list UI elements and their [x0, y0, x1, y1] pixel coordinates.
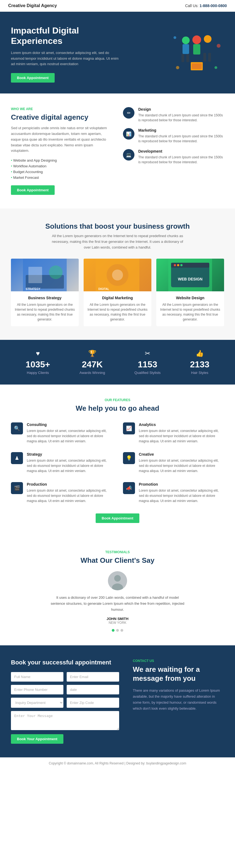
svg-rect-6	[203, 53, 206, 62]
feature-consulting: 🔍 Consulting Lorem ipsum dolor sit amet,…	[11, 423, 112, 444]
feature-strategy: ♟ Strategy Lorem ipsum dolor sit amet, c…	[11, 452, 112, 474]
dot-2[interactable]	[116, 629, 119, 632]
solution-card-1: DIGITAL Digital Marketing All the Lorem …	[84, 259, 151, 326]
feature-consulting-desc: Lorem ipsum dolor sit amet, consectetur …	[27, 428, 112, 444]
form-row-3: Inquiry Department Sales Support Billing	[11, 698, 119, 708]
hero-content: Impactful Digital Experiences Lorem ipsu…	[11, 25, 120, 83]
service-design-info: Design The standard chunk of Lorem Ipsum…	[138, 107, 224, 123]
contact-tag: CONTACT US	[133, 659, 224, 663]
brand-name: Creative Digital Agency	[8, 3, 57, 8]
svg-point-32	[180, 264, 183, 266]
sol-card-body-0: Business Strategy All the Lorem Ipsum ge…	[11, 291, 79, 326]
feature-analytics-info: Analytics Lorem ipsum dolor sit amet, co…	[139, 423, 224, 444]
sol-card-title-1: Digital Marketing	[87, 296, 148, 300]
features-tag: OUR FEATURES	[11, 398, 224, 402]
service-development-info: Development The standard chunk of Lorem …	[138, 149, 224, 165]
stat-number-1: 247K	[80, 360, 105, 370]
svg-text:DIGITAL: DIGITAL	[98, 287, 109, 290]
feature-analytics: 📈 Analytics Lorem ipsum dolor sit amet, …	[123, 423, 224, 444]
feature-promotion-desc: Lorem ipsum dolor sit amet, consectetur …	[139, 488, 224, 504]
solutions-section: Solutions that boost your business growt…	[0, 209, 235, 340]
trophy-icon: 🏆	[80, 350, 105, 357]
dot-3[interactable]	[121, 629, 123, 632]
thumbsup-icon: 👍	[190, 350, 209, 357]
service-design: ✏ Design The standard chunk of Lorem Ips…	[123, 107, 224, 123]
features-cta-button[interactable]: Book Appointment	[96, 514, 139, 523]
testimonials-title: What Our Client's Say	[11, 556, 224, 565]
testimonial-quote: It uses a dictionary of over 200 Latin w…	[49, 595, 186, 613]
feature-creative-title: Creative	[139, 452, 224, 457]
svg-point-31	[177, 264, 179, 266]
hero-title: Impactful Digital Experiences	[11, 25, 120, 46]
feature-creative: 💡 Creative Lorem ipsum dolor sit amet, c…	[123, 452, 224, 474]
phone-input[interactable]	[11, 685, 63, 694]
svg-rect-25	[112, 270, 123, 280]
service-marketing: 📊 Marketing The standard chunk of Lorem …	[123, 128, 224, 144]
book-cta-button[interactable]: Book Your Appointment	[11, 734, 63, 744]
svg-point-16	[214, 66, 217, 69]
feature-consulting-info: Consulting Lorem ipsum dolor sit amet, c…	[27, 423, 112, 444]
feature-strategy-title: Strategy	[27, 452, 112, 457]
service-design-desc: The standard chunk of Lorem Ipsum used s…	[138, 113, 224, 123]
sol-card-img-0: STRATEGY	[11, 259, 79, 291]
design-icon: ✏	[123, 107, 134, 119]
svg-point-0	[182, 36, 190, 44]
bullet-1: Website and App Designing	[11, 157, 112, 163]
who-left: WHO WE ARE Creative digital agency Sed u…	[11, 107, 112, 195]
solution-card-2: WEB DESIGN Website Design All the Lorem …	[156, 259, 224, 326]
footer-text: Copyright © domainname.com, All Rights R…	[49, 762, 186, 765]
service-development-desc: The standard chunk of Lorem Ipsum used s…	[138, 155, 224, 165]
testimonial-author: JOHN SMITH	[11, 617, 224, 621]
svg-point-35	[114, 575, 121, 582]
hero-section: Impactful Digital Experiences Lorem ipsu…	[0, 12, 235, 93]
svg-point-15	[217, 44, 220, 48]
date-input[interactable]	[67, 685, 119, 694]
svg-rect-3	[186, 54, 189, 62]
creative-icon: 💡	[123, 452, 135, 464]
svg-rect-20	[28, 267, 42, 283]
sol-card-body-1: Digital Marketing All the Lorem Ipsum ge…	[84, 291, 151, 326]
contact-description: There are many variations of passages of…	[133, 688, 224, 712]
analytics-icon: 📈	[123, 423, 135, 434]
strategy-icon: ♟	[11, 452, 23, 464]
hero-cta-button[interactable]: Book Appointment	[11, 73, 55, 83]
svg-rect-1	[183, 44, 189, 54]
feature-analytics-title: Analytics	[139, 423, 224, 427]
stats-section: ♥ 1035+ Happy Clients 🏆 247K Awards Winn…	[0, 340, 235, 384]
svg-rect-5	[204, 43, 211, 53]
hero-illustration	[169, 32, 224, 76]
feature-creative-info: Creative Lorem ipsum dolor sit amet, con…	[139, 452, 224, 474]
production-icon: 🎬	[11, 482, 23, 494]
message-textarea[interactable]	[11, 711, 119, 730]
who-description: Sed ut perspiciatis unde omnis iste natu…	[11, 125, 112, 154]
svg-point-4	[204, 35, 211, 43]
book-contact-side: CONTACT US We are waiting for a message …	[133, 659, 224, 744]
service-marketing-info: Marketing The standard chunk of Lorem Ip…	[138, 128, 224, 144]
svg-point-8	[192, 35, 201, 44]
scissors-icon: ✂	[134, 350, 161, 357]
features-header: OUR FEATURES We help you to go ahead	[11, 398, 224, 413]
email-input[interactable]	[67, 672, 119, 682]
department-select[interactable]: Inquiry Department Sales Support Billing	[11, 698, 63, 708]
sol-card-title-2: Website Design	[160, 296, 220, 300]
footer: Copyright © domainname.com, All Rights R…	[0, 757, 235, 769]
bullet-4: Market Forecast	[11, 175, 112, 180]
sol-card-body-2: Website Design All the Lorem Ipsum gener…	[156, 291, 224, 326]
full-name-input[interactable]	[11, 672, 63, 682]
sol-card-desc-2: All the Lorem Ipsum generators on the In…	[160, 302, 220, 322]
phone-number: 1-888-000-0800	[200, 4, 227, 8]
svg-rect-9	[193, 44, 200, 55]
svg-point-14	[174, 36, 176, 39]
zip-input[interactable]	[67, 698, 119, 708]
sol-card-img-1: DIGITAL	[84, 259, 151, 291]
promotion-icon: 📣	[123, 482, 135, 494]
solutions-title: Solutions that boost your business growt…	[11, 222, 224, 230]
solutions-description: All the Lorem Ipsum generators on the In…	[49, 233, 186, 250]
testimonial-location: NEW YORK	[11, 621, 224, 625]
stat-label-3: Hair Styles	[190, 371, 209, 375]
who-cta-button[interactable]: Book Appointment	[11, 185, 55, 195]
stat-label-1: Awards Winning	[80, 371, 105, 375]
solutions-cards: STRATEGY Business Strategy All the Lorem…	[11, 259, 224, 326]
svg-text:STRATEGY: STRATEGY	[26, 287, 41, 290]
dot-1[interactable]	[112, 629, 114, 632]
